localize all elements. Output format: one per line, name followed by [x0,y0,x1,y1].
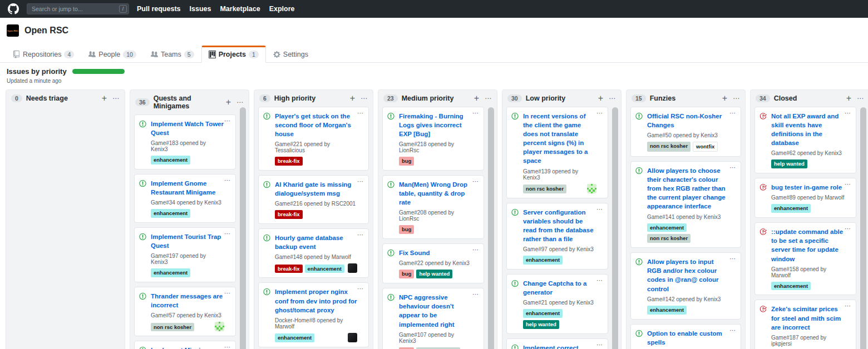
label-help-wanted[interactable]: help wanted [416,270,452,278]
card-menu-button[interactable]: ⋯ [357,286,364,291]
card-menu-button[interactable]: ⋯ [357,232,364,237]
issue-card[interactable]: ⋯ Zeke's scimitar prices for steel and m… [754,300,856,349]
issue-card[interactable]: ⋯ Server configuration variables should … [506,203,608,270]
issue-card[interactable]: ⋯ Implement Watch Tower Quest Game#183 o… [134,114,236,169]
issue-card[interactable]: ⋯ Official RSC non-Kosher Changes Game#5… [630,107,741,157]
column-menu-button[interactable]: ⋯ [857,96,864,101]
label-enhancement[interactable]: enhancement [275,333,314,342]
card-menu-button[interactable]: ⋯ [729,256,736,261]
add-card-button[interactable]: + [722,94,727,102]
issue-title-link[interactable]: bug tester in-game role [771,183,845,192]
issue-title-link[interactable]: Implement Watch Tower Quest [151,119,224,137]
issue-card[interactable]: ⋯ Allow players to input RGB and/or hex … [630,252,741,319]
issue-title-link[interactable]: Implement Tourist Trap Quest [151,232,224,250]
label-enhancement[interactable]: enhancement [151,268,190,277]
issue-title-link[interactable]: Implement Gnome Restaurant Minigame [151,179,224,197]
issue-card[interactable]: ⋯ Hourly game database backup event Game… [258,228,369,278]
label-bug[interactable]: bug [399,347,414,349]
label-wontfix[interactable]: wontfix [693,142,718,152]
issue-card[interactable]: ⋯ bug tester in-game role Game#89 opened… [754,178,856,218]
label-enhancement[interactable]: enhancement [771,204,811,213]
column-menu-button[interactable]: ⋯ [112,96,120,101]
search-input[interactable] [27,3,129,14]
issue-card[interactable]: ⋯ Al Kharid gate is missing dialogue/sys… [258,175,369,224]
issue-card[interactable]: ⋯ Implement correct adding/removing frie… [506,338,608,349]
tab-teams[interactable]: Teams 5 [144,46,201,63]
nav-link-marketplace[interactable]: Marketplace [220,5,260,13]
label-non-rsc-kosher[interactable]: non rsc kosher [647,142,691,152]
issue-card[interactable]: ⋯ Implement Gnome Restaurant Minigame Ga… [134,174,236,223]
issue-title-link[interactable]: Player's get stuck on the second floor o… [275,112,357,138]
issue-title-link[interactable]: Fix Sound [399,248,472,257]
card-menu-button[interactable]: ⋯ [845,303,851,308]
issue-card[interactable]: ⋯ Fix Sound Game#22 opened by Kenix3 bug… [382,243,484,283]
assignee-avatar[interactable] [348,333,357,342]
issue-card[interactable]: ⋯ NPC aggressive behaviour doesn't appea… [382,288,484,349]
card-menu-button[interactable]: ⋯ [729,165,736,169]
card-menu-button[interactable]: ⋯ [729,111,736,115]
issue-title-link[interactable]: Zeke's scimitar prices for steel and mit… [771,305,845,331]
label-bug[interactable]: bug [399,157,414,166]
card-menu-button[interactable]: ⋯ [729,328,736,332]
card-menu-button[interactable]: ⋯ [596,111,603,115]
card-menu-button[interactable]: ⋯ [596,278,603,282]
label-enhancement[interactable]: enhancement [523,256,563,265]
tab-projects[interactable]: Projects 1 [201,46,266,63]
issue-title-link[interactable]: Firemaking - Burning Logs gives incorrec… [399,112,472,138]
issue-title-link[interactable]: Implement Missing Fishing Contest Behavi… [151,346,224,349]
issue-title-link[interactable]: Official RSC non-Kosher Changes [647,112,729,129]
issue-title-link[interactable]: Option to enable custom spells [647,329,729,347]
issue-card[interactable]: ⋯ ::update command able to be set a spec… [754,222,856,295]
column-scrollbar[interactable] [612,107,618,349]
label-enhancement[interactable]: enhancement [523,309,563,318]
label-help-wanted[interactable]: help wanted [771,159,807,168]
issue-title-link[interactable]: Thrander messages are incorrect [151,292,224,310]
label-help-wanted[interactable]: help wanted [523,320,559,329]
label-enhancement[interactable]: enhancement [305,265,344,273]
issue-card[interactable]: ⋯ Change Captcha to a generator Game#21 … [506,274,608,334]
issue-title-link[interactable]: Allow players to choose their character'… [647,166,729,211]
issue-card[interactable]: ⋯ Allow players to choose their characte… [630,161,741,248]
label-enhancement[interactable]: enhancement [151,209,190,218]
issue-card[interactable]: ⋯ Thrander messages are incorrect Game#5… [134,287,236,336]
assignee-avatar[interactable] [215,322,224,331]
label-enhancement[interactable]: enhancement [151,156,190,164]
card-menu-button[interactable]: ⋯ [224,231,231,236]
card-menu-button[interactable]: ⋯ [845,226,851,231]
column-menu-button[interactable]: ⋯ [361,96,368,101]
issue-title-link[interactable]: Not all EXP award and skill events have … [771,112,845,147]
card-menu-button[interactable]: ⋯ [224,345,231,349]
issue-title-link[interactable]: NPC aggressive behaviour doesn't appear … [399,293,472,328]
column-menu-button[interactable]: ⋯ [733,96,740,101]
issue-card[interactable]: ⋯ Implement proper nginx conf from dev i… [258,282,369,347]
tab-settings[interactable]: Settings [266,46,315,63]
nav-link-explore[interactable]: Explore [269,5,295,13]
card-menu-button[interactable]: ⋯ [224,178,231,182]
label-non-rsc-kosher[interactable]: non rsc kosher [647,234,691,243]
card-menu-button[interactable]: ⋯ [224,118,231,123]
issue-title-link[interactable]: Man(Men) Wrong Drop table, quantity & dr… [399,180,472,207]
github-logo-icon[interactable] [8,3,19,14]
card-menu-button[interactable]: ⋯ [596,207,603,211]
column-menu-button[interactable]: ⋯ [236,100,244,104]
label-enhancement[interactable]: enhancement [771,282,811,291]
add-card-button[interactable]: + [226,98,231,106]
tab-repositories[interactable]: Repositories 4 [6,46,81,63]
nav-link-pull-requests[interactable]: Pull requests [137,5,181,13]
label-break-fix[interactable]: break-fix [275,210,303,219]
issue-card[interactable]: ⋯ Implement Tourist Trap Quest Game#197 … [134,227,236,282]
issue-card[interactable]: ⋯ Option to enable custom spells Game#12… [630,324,741,349]
label-break-fix[interactable]: break-fix [275,265,303,273]
label-non-rsc-kosher[interactable]: non rsc kosher [523,185,566,193]
issue-title-link[interactable]: In recent versions of the client the gam… [523,112,596,166]
add-card-button[interactable]: + [102,94,107,102]
issue-card[interactable]: ⋯ Player's get stuck on the second floor… [258,107,369,171]
card-menu-button[interactable]: ⋯ [472,292,479,296]
card-menu-button[interactable]: ⋯ [472,247,479,252]
card-menu-button[interactable]: ⋯ [845,111,851,115]
label-bug[interactable]: bug [399,270,414,278]
column-menu-button[interactable]: ⋯ [485,96,492,101]
tab-people[interactable]: People 10 [81,46,144,63]
add-card-button[interactable]: + [350,94,355,102]
issue-title-link[interactable]: Hourly game database backup event [275,233,357,251]
